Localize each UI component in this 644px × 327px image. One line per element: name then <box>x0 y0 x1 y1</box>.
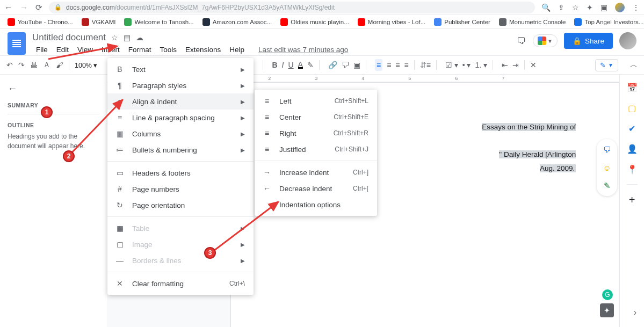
menu-insert[interactable]: Insert <box>98 44 124 55</box>
format-item-paragraph-styles[interactable]: ¶Paragraph styles▶ <box>107 77 254 93</box>
explore-button[interactable]: ✦ <box>600 303 614 317</box>
format-item-page-orientation[interactable]: ↻Page orientation <box>107 197 254 213</box>
print-icon[interactable]: 🖶 <box>30 61 38 69</box>
last-edit-link[interactable]: Last edit was 7 minutes ago <box>255 44 352 55</box>
line-spacing-icon[interactable]: ⇵≡ <box>420 61 431 69</box>
reload-icon[interactable]: ⟳ <box>35 3 42 12</box>
cloud-status-icon[interactable]: ☁ <box>136 33 143 42</box>
account-avatar[interactable] <box>619 32 636 49</box>
zoom-select[interactable]: 100% ▾ <box>75 61 97 69</box>
address-bar[interactable]: 🔒 docs.google.com/document/d/1mFAsJXSsI2… <box>49 2 535 13</box>
menu-help[interactable]: Help <box>226 44 248 55</box>
redo-icon[interactable]: ↷ <box>18 61 25 69</box>
underline-icon[interactable]: U <box>288 61 293 69</box>
spellcheck-icon[interactable]: Ａ <box>43 60 50 70</box>
keep-icon[interactable]: ▢ <box>627 103 638 113</box>
format-item-columns[interactable]: ▥Columns▶ <box>107 126 254 142</box>
move-doc-icon[interactable]: ▤ <box>124 33 131 42</box>
comment-icon[interactable]: 🗩 <box>342 61 349 69</box>
format-item-headers-footers[interactable]: ▭Headers & footers <box>107 165 254 181</box>
bookmark-item[interactable]: Welcome to Tanosh... <box>124 18 193 26</box>
paint-format-icon[interactable]: 🖌 <box>56 61 63 69</box>
menu-file[interactable]: File <box>32 44 52 55</box>
align-item-justified[interactable]: ≡JustifiedCtrl+Shift+J <box>255 141 377 157</box>
editing-mode-button[interactable]: ✎ ▼ <box>595 59 618 71</box>
format-item-line-paragraph-spacing[interactable]: ≡Line & paragraph spacing▶ <box>107 110 254 126</box>
tasks-icon[interactable]: ✔ <box>627 123 638 134</box>
star-doc-icon[interactable]: ☆ <box>111 33 118 42</box>
comment-history-icon[interactable]: 🗨 <box>517 35 526 47</box>
suggest-edit-icon[interactable]: ✎ <box>600 179 614 193</box>
annotation-badge-3: 3 <box>204 247 216 259</box>
bookmark-item[interactable]: Monumetric Console <box>499 18 566 26</box>
grammarly-icon[interactable]: G <box>602 289 613 300</box>
calendar-icon[interactable]: 📅 <box>627 82 638 93</box>
bookmark-item[interactable]: Amazon.com Assoc... <box>202 18 272 26</box>
format-item-bullets-numbering[interactable]: ≔Bullets & numbering▶ <box>107 142 254 158</box>
collapse-toolbar-icon[interactable]: ︿ <box>630 60 638 70</box>
format-item-clear-formatting[interactable]: ✕Clear formattingCtrl+\ <box>107 275 254 292</box>
side-panel-collapse-icon[interactable]: › <box>634 308 636 317</box>
docs-logo-icon[interactable] <box>8 32 26 55</box>
menu-edit[interactable]: Edit <box>53 44 73 55</box>
document-title[interactable]: Untitled document <box>32 32 106 43</box>
image-insert-icon[interactable]: ▣ <box>353 61 360 69</box>
increase-indent-icon[interactable]: ⇥ <box>512 61 519 69</box>
align-item-left[interactable]: ≡LeftCtrl+Shift+L <box>255 93 377 109</box>
undo-icon[interactable]: ↶ <box>6 61 13 69</box>
lock-share-icon: 🔒 <box>573 37 582 45</box>
bookmark-item[interactable]: Morning vibes - Lof... <box>358 18 425 26</box>
align-item-increase-indent[interactable]: →Increase indentCtrl+] <box>255 164 377 180</box>
meet-button[interactable]: ▼ <box>533 34 558 47</box>
align-center-icon[interactable]: ≡ <box>387 61 391 69</box>
bookmark-item[interactable]: Top Angel Investors... <box>574 18 643 26</box>
format-item-text[interactable]: BText▶ <box>107 61 254 77</box>
outline-back-icon[interactable]: ← <box>8 83 99 95</box>
numbered-list-icon[interactable]: 1. ▾ <box>475 61 488 69</box>
italic-icon[interactable]: I <box>282 61 284 69</box>
kebab-icon[interactable]: ⋮ <box>632 3 640 12</box>
bookmark-item[interactable]: VGKAMI <box>82 18 116 26</box>
align-item-center[interactable]: ≡CenterCtrl+Shift+E <box>255 109 377 125</box>
link-icon[interactable]: 🔗 <box>328 61 337 69</box>
floating-comment-actions: 🗩 ☺ ✎ <box>597 139 617 196</box>
star-icon[interactable]: ☆ <box>572 3 579 12</box>
clear-format-icon[interactable]: ✕ <box>530 61 537 69</box>
decrease-indent-icon[interactable]: ⇤ <box>502 61 508 69</box>
format-item-page-numbers[interactable]: #Page numbers <box>107 181 254 197</box>
align-left-icon[interactable]: ≡ <box>375 59 382 71</box>
share-icon[interactable]: ⇪ <box>558 3 565 12</box>
bulleted-list-icon[interactable]: • ▾ <box>462 61 471 69</box>
forward-icon[interactable]: → <box>20 3 28 12</box>
format-item-align-indent[interactable]: ≡Align & indent▶ <box>107 93 254 110</box>
menu-view[interactable]: View <box>74 44 97 55</box>
menu-tools[interactable]: Tools <box>156 44 181 55</box>
add-comment-icon[interactable]: 🗩 <box>600 142 614 156</box>
share-button[interactable]: 🔒Share <box>564 33 613 49</box>
extensions-icon[interactable]: ✦ <box>587 3 593 12</box>
align-item-decrease-indent[interactable]: ←Decrease indentCtrl+[ <box>255 180 377 197</box>
add-addon-icon[interactable]: + <box>627 194 638 205</box>
bookmark-item[interactable]: YouTube - Chrono... <box>8 18 73 26</box>
format-menu: BText▶¶Paragraph styles▶≡Align & indent▶… <box>107 58 254 295</box>
align-justify-icon[interactable]: ≡ <box>404 61 408 69</box>
contacts-icon[interactable]: 👤 <box>627 143 638 154</box>
bookmark-item[interactable]: Publisher Center <box>434 18 490 26</box>
emoji-reaction-icon[interactable]: ☺ <box>600 161 614 175</box>
checklist-icon[interactable]: ☑ ▾ <box>445 61 458 69</box>
panel-icon[interactable]: ▣ <box>600 3 607 12</box>
align-right-icon[interactable]: ≡ <box>395 61 400 69</box>
text-color-icon[interactable]: A <box>298 62 303 69</box>
menu-extensions[interactable]: Extensions <box>182 44 225 55</box>
back-icon[interactable]: ← <box>4 3 12 12</box>
maps-icon[interactable]: 📍 <box>627 164 638 175</box>
menu-format[interactable]: Format <box>125 44 155 55</box>
align-item-right[interactable]: ≡RightCtrl+Shift+R <box>255 125 377 141</box>
bookmark-item[interactable]: Oldies music playin... <box>280 18 349 26</box>
bold-icon[interactable]: B <box>272 61 277 69</box>
outline-hint: Headings you add to the document will ap… <box>8 132 99 151</box>
zoom-search-icon[interactable]: 🔍 <box>541 3 551 12</box>
highlight-icon[interactable]: ✎ <box>307 61 314 69</box>
align-item-indentation-options[interactable]: Indentation options <box>255 197 377 213</box>
profile-icon[interactable] <box>615 3 625 12</box>
